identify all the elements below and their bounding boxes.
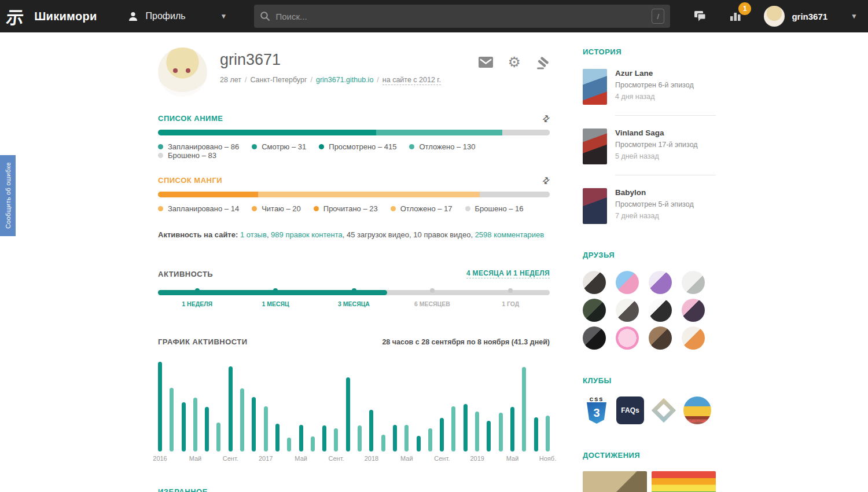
chart-bar [346,377,350,451]
legend-label: Отложено – 130 [419,142,475,151]
club-icon-diamond[interactable] [650,396,678,424]
friend-avatar[interactable] [583,326,606,350]
history-item-title[interactable]: Azur Lane [615,69,694,78]
legend-label: Брошено – 16 [475,204,524,213]
activity-period-slider[interactable]: 1 НЕДЕЛЯ1 МЕСЯЦ3 МЕСЯЦА6 МЕСЯЦЕВ1 ГОД [158,290,550,313]
friend-avatar[interactable] [649,271,672,294]
club-icon-css3[interactable]: CSS3 [583,396,610,424]
friend-avatar[interactable] [682,326,705,350]
history-poster[interactable] [583,128,607,164]
brand-link[interactable]: Шикимори [34,10,97,23]
legend-label: Просмотрено – 415 [329,142,396,151]
chart-bar [510,407,514,451]
user-avatar [764,6,785,27]
club-icon-faqs[interactable]: FAQs [616,396,644,424]
chart-bar [240,388,244,451]
friend-avatar[interactable] [583,271,606,294]
site-logo[interactable]: 示 [0,0,30,32]
gavel-icon[interactable] [536,57,550,69]
friend-avatar[interactable] [649,326,672,350]
achievements-section: ДОСТИЖЕНИЯ 400 просмотренн…Романтика 2 у… [583,451,716,492]
achievement-card[interactable]: 400 просмотренн… [583,471,647,492]
anime-legend: Запланировано – 86Смотрю – 31Просмотрено… [158,142,550,160]
css3-shield: 3 [587,402,606,424]
activity-count-link[interactable]: 1 отзыв [240,230,267,239]
manga-legend-item[interactable]: Отложено – 17 [391,204,453,213]
history-poster[interactable] [583,188,607,224]
nav-profile-menu[interactable]: Профиль ▼ [127,10,227,22]
chart-bar [205,407,209,451]
chart-bar [358,425,362,451]
favorites-section: ИЗБРАННОЕ [158,487,550,492]
chart-tick-label: Май [506,455,519,462]
profile-site-link[interactable]: grin3671.github.io [316,76,373,84]
slider-stop-label[interactable]: 1 МЕСЯЦ [262,300,289,307]
chevron-down-icon: ▼ [220,12,227,20]
legend-label: Запланировано – 86 [168,142,239,151]
report-bug-tab[interactable]: Сообщить об ошибке [0,155,16,236]
anime-legend-item[interactable]: Запланировано – 86 [158,142,239,151]
slider-stop[interactable] [195,288,200,293]
slider-stop[interactable] [273,288,278,293]
history-item-time: 4 дня назад [615,93,694,101]
messages-button[interactable] [687,4,713,28]
anime-legend-item[interactable]: Смотрю – 31 [252,142,306,151]
manga-legend-item[interactable]: Читаю – 20 [252,204,301,213]
friends-title: ДРУЗЬЯ [583,251,716,259]
manga-legend-item[interactable]: Прочитано – 23 [314,204,378,213]
slider-stop-label[interactable]: 1 ГОД [502,300,519,307]
profile-avatar[interactable] [158,47,207,97]
chart-bar [275,424,279,451]
manga-legend-item[interactable]: Брошено – 16 [465,204,524,213]
friend-avatar[interactable] [649,299,672,322]
collapse-icon[interactable]: ⇄ [540,175,551,186]
site-activity: Активность на сайте: 1 отзыв, 989 правок… [158,230,550,239]
friend-avatar[interactable] [583,299,606,322]
profile-actions: ⚙ [479,47,550,97]
activity-chart-section: ГРАФИК АКТИВНОСТИ 28 часов с 28 сентября… [158,337,550,464]
collapse-icon[interactable]: ⇄ [540,113,551,124]
slider-stop-label[interactable]: 1 НЕДЕЛЯ [182,300,212,307]
friend-avatar[interactable] [616,326,639,350]
friend-avatar[interactable] [616,299,639,322]
slider-stop-label[interactable]: 3 МЕСЯЦА [338,300,370,307]
history-poster[interactable] [583,69,607,105]
search-input[interactable] [276,12,652,21]
friend-avatar[interactable] [682,299,705,322]
friend-avatar[interactable] [682,271,705,294]
anime-legend-item[interactable]: Отложено – 130 [409,142,475,151]
css3-word: CSS [590,397,604,402]
anime-legend-item[interactable]: Брошено – 83 [158,151,216,160]
legend-dot-icon [319,144,324,149]
history-item-title[interactable]: Vinland Saga [615,128,698,137]
mail-icon[interactable] [479,57,493,68]
friend-avatar[interactable] [616,271,639,294]
profile-meta-item: Санкт-Петербург [250,76,307,84]
chart-tick-label: Сент. [329,455,344,462]
activity-count-link[interactable]: 989 правок контента [271,230,343,239]
chart-tick-label: Май [189,455,202,462]
chart-tick-label: Май [295,455,307,462]
gear-icon[interactable]: ⚙ [508,57,521,68]
slider-stop[interactable] [430,288,435,293]
anime-bar-segment [158,130,376,135]
slider-stop[interactable] [352,288,356,293]
user-name: grin3671 [792,12,827,21]
chart-bar [451,406,455,451]
user-menu[interactable]: grin3671 ▼ [764,6,868,27]
club-icon-moderation[interactable]: МОДЕРАЦИЯ [683,396,711,424]
chart-subtitle: 28 часов с 28 сентября по 8 ноября (41.3… [382,338,550,346]
manga-legend-item[interactable]: Запланировано – 14 [158,204,239,213]
anime-list-title: СПИСОК АНИМЕ [158,114,223,123]
slider-stop-label[interactable]: 6 МЕСЯЦЕВ [414,300,450,307]
chart-bar [158,362,162,451]
legend-label: Смотрю – 31 [262,142,306,151]
meta-separator: / [310,76,312,84]
anime-legend-item[interactable]: Просмотрено – 415 [319,142,396,151]
achievement-card[interactable]: Романтика 2 уров… [652,471,716,492]
history-item-title[interactable]: Babylon [615,188,694,197]
chart-bar [252,397,256,451]
stats-notifications-button[interactable]: 1 [723,5,748,28]
activity-count-link[interactable]: 2598 комментариев [475,230,545,239]
slider-stop[interactable] [508,288,513,293]
